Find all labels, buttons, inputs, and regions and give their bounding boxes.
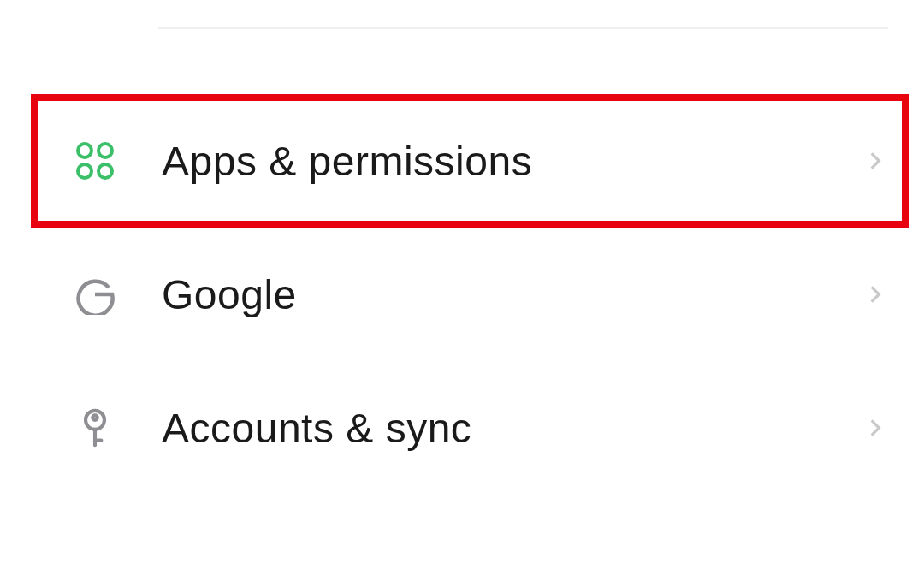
settings-list: Apps & permissions Google [0,94,924,495]
chevron-right-icon [862,148,888,174]
apps-icon [73,139,117,183]
settings-row-accounts-sync[interactable]: Accounts & sync [0,361,924,495]
settings-row-google[interactable]: Google [0,228,924,361]
svg-point-5 [92,415,98,420]
settings-row-label: Google [162,271,862,318]
svg-rect-0 [78,144,92,157]
chevron-right-icon [862,415,888,441]
key-icon [73,406,117,450]
settings-row-label: Accounts & sync [162,405,862,452]
svg-rect-1 [98,144,112,157]
divider [158,27,888,29]
settings-row-label: Apps & permissions [162,138,862,185]
google-icon [73,272,117,317]
settings-row-apps-permissions[interactable]: Apps & permissions [0,94,924,228]
svg-rect-2 [78,164,92,178]
svg-rect-3 [98,164,112,178]
chevron-right-icon [862,282,888,307]
